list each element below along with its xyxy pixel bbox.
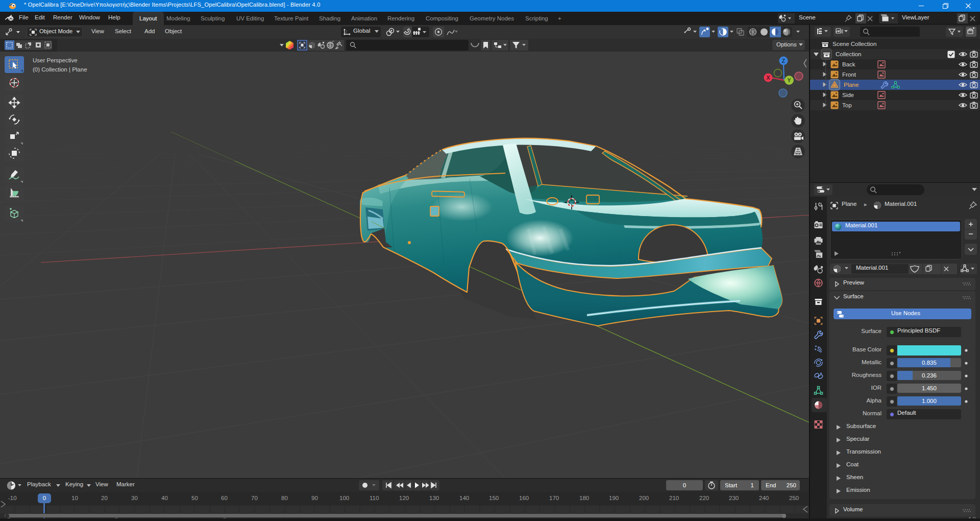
svg-text:Y: Y xyxy=(787,77,791,83)
svg-text:Z: Z xyxy=(782,58,786,64)
svg-text:X: X xyxy=(766,75,770,81)
